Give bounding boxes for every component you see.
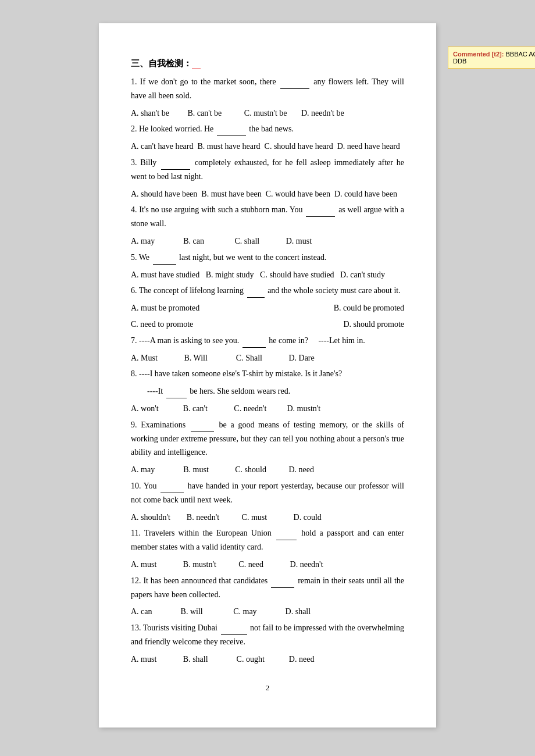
question-13: 13. Tourists visiting Dubai not fail to … bbox=[131, 621, 404, 649]
q4-options: A. may B. can C. shall D. must bbox=[131, 234, 404, 248]
question-8b: ----It be hers. She seldom wears red. bbox=[131, 384, 404, 398]
q3-options: A. should have been B. must have been C.… bbox=[131, 187, 404, 201]
q5-options: A. must have studied B. might study C. s… bbox=[131, 268, 404, 282]
q6-options-row1: A. must be promoted B. could be promoted bbox=[131, 301, 404, 315]
question-6: 6. The concept of lifelong learning and … bbox=[131, 284, 404, 298]
question-3: 3. Billy completely exhausted, for he fe… bbox=[131, 156, 404, 184]
page-number: 2 bbox=[131, 683, 404, 693]
page-wrapper: Commented [t2]: BBBAC ACBAB DDB 三、自我检测： … bbox=[0, 0, 535, 756]
q10-options: A. shouldn't B. needn't C. must D. could bbox=[131, 511, 404, 525]
section-title: 三、自我检测： bbox=[131, 58, 404, 69]
q2-options: A. can't have heard B. must have heard C… bbox=[131, 140, 404, 154]
q11-options: A. must B. mustn't C. need D. needn't bbox=[131, 558, 404, 572]
q1-options: A. shan't be B. can't be C. mustn't be D… bbox=[131, 106, 404, 120]
question-10: 10. You have handed in your report yeste… bbox=[131, 479, 404, 507]
q12-options: A. can B. will C. may D. shall bbox=[131, 605, 404, 619]
question-9: 9. Examinations be a good means of testi… bbox=[131, 418, 404, 459]
comment-label: Commented [t2]: bbox=[453, 51, 504, 58]
question-7: 7. ----A man is asking to see you. he co… bbox=[131, 334, 404, 348]
question-1: 1. If we don't go to the market soon, th… bbox=[131, 75, 404, 103]
question-8: 8. ----I have taken someone else's T-shi… bbox=[131, 367, 404, 381]
q13-options: A. must B. shall C. ought D. need bbox=[131, 652, 404, 666]
question-11: 11. Travelers within the European Union … bbox=[131, 526, 404, 554]
comment-box: Commented [t2]: BBBAC ACBAB DDB bbox=[448, 47, 535, 69]
q9-options: A. may B. must C. should D. need bbox=[131, 463, 404, 477]
q6-options-row2: C. need to promote D. should promote bbox=[131, 318, 404, 331]
q7-options: A. Must B. Will C. Shall D. Dare bbox=[131, 351, 404, 365]
document: Commented [t2]: BBBAC ACBAB DDB 三、自我检测： … bbox=[99, 23, 436, 728]
question-12: 12. It has been announced that candidate… bbox=[131, 574, 404, 602]
q8-options: A. won't B. can't C. needn't D. mustn't bbox=[131, 402, 404, 416]
question-4: 4. It's no use arguing with such a stubb… bbox=[131, 203, 404, 231]
question-2: 2. He looked worried. He the bad news. bbox=[131, 122, 404, 136]
question-5: 5. We last night, but we went to the con… bbox=[131, 251, 404, 265]
